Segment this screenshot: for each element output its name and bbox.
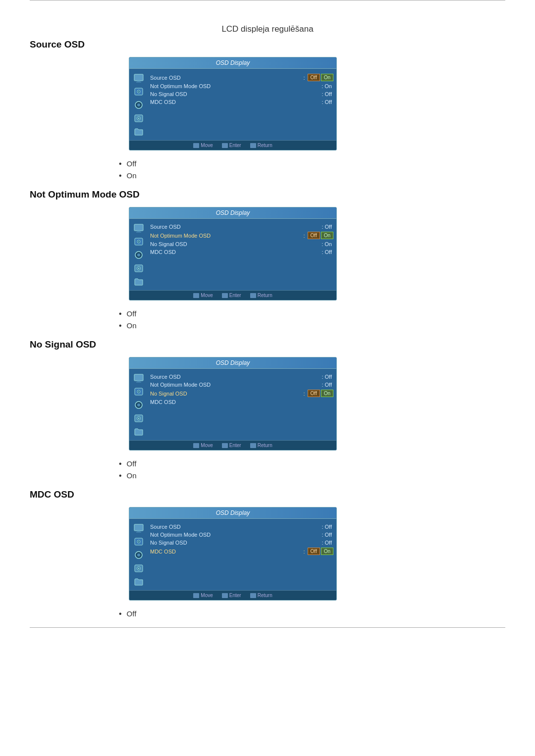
val-box-On: On [321, 390, 333, 397]
footer-move-icon [193, 293, 199, 298]
osd-menu-label-0: Source OSD [150, 374, 320, 380]
footer-move: Move [193, 293, 213, 298]
section-content-not-optimum-osd: OSD Display Source OSD: OffNot Optimum M… [30, 207, 505, 301]
footer-move-icon [193, 443, 199, 448]
section-content-source-osd: OSD Display Source OSD:OffOnNot Optimum … [30, 57, 505, 151]
svg-rect-33 [134, 524, 143, 531]
footer-return-icon [250, 593, 256, 598]
osd-menu-label-3: MDC OSD [150, 549, 302, 554]
svg-rect-24 [136, 382, 141, 383]
svg-point-43 [138, 568, 140, 569]
footer-return-icon [250, 443, 256, 448]
svg-rect-34 [137, 531, 140, 532]
svg-point-16 [138, 241, 139, 242]
osd-menu-label-2: No Signal OSD [150, 391, 302, 397]
footer-return-label: Return [258, 143, 272, 148]
osd-display-mdc-osd: OSD Display Source OSD: OffNot Optimum M… [129, 507, 337, 601]
top-border [30, 0, 505, 0]
osd-body-source-osd: Source OSD:OffOnNot Optimum Mode OSD: On… [129, 69, 336, 140]
osd-menu-value-1: : Off [320, 382, 333, 388]
osd-menu-row-0: Source OSD: Off [150, 373, 333, 381]
osd-menu-label-0: Source OSD [150, 75, 302, 81]
val-box-Off: Off [308, 232, 320, 239]
osd-icon-1 [132, 86, 145, 97]
osd-icon-0 [132, 73, 145, 84]
svg-point-32 [138, 418, 140, 419]
osd-title-bar-not-optimum-osd: OSD Display [129, 207, 336, 219]
osd-menu-no-signal-osd: Source OSD: OffNot Optimum Mode OSD: Off… [150, 373, 333, 437]
osd-menu-row-0: Source OSD: Off [150, 523, 333, 531]
footer-return-icon [250, 143, 256, 148]
footer-move-label: Move [201, 293, 213, 298]
footer-enter-icon [222, 593, 228, 598]
osd-menu-row-1: Not Optimum Mode OSD: Off [150, 531, 333, 539]
svg-rect-2 [136, 82, 141, 83]
osd-menu-value-3: : Off [320, 249, 333, 255]
osd-menu-label-3: MDC OSD [150, 399, 333, 405]
osd-menu-value-0: : Off [320, 524, 333, 530]
val-box-On: On [321, 74, 333, 81]
svg-rect-0 [134, 74, 143, 81]
page-container: LCD displeja regulēšana Source OSDOSD Di… [0, 0, 535, 628]
footer-move-icon [193, 143, 199, 148]
colon: : [303, 233, 305, 239]
osd-menu-mdc-osd: Source OSD: OffNot Optimum Mode OSD: Off… [150, 523, 333, 587]
colon: : On [321, 83, 332, 89]
osd-menu-value-3: : Off [320, 99, 333, 105]
footer-return: Return [250, 443, 272, 448]
footer-enter-icon [222, 143, 228, 148]
osd-icons-source-osd [132, 73, 145, 137]
section-source-osd: Source OSDOSD Display Source OSD:OffOnNo… [30, 39, 505, 180]
osd-menu-value-2: : Off [320, 540, 333, 546]
svg-point-38 [138, 541, 139, 542]
osd-menu-not-optimum-osd: Source OSD: OffNot Optimum Mode OSD:OffO… [150, 223, 333, 287]
section-content-no-signal-osd: OSD Display Source OSD: OffNot Optimum M… [30, 357, 505, 451]
osd-menu-row-3: MDC OSD: Off [150, 248, 333, 256]
sections-container: Source OSDOSD Display Source OSD:OffOnNo… [30, 39, 505, 618]
svg-point-7 [137, 103, 140, 106]
osd-icons-mdc-osd [132, 523, 145, 587]
footer-enter-icon [222, 443, 228, 448]
svg-rect-1 [137, 81, 140, 82]
colon: : Off [321, 532, 332, 538]
footer-return-label: Return [258, 443, 272, 448]
footer-move: Move [193, 443, 213, 448]
footer-enter: Enter [222, 443, 241, 448]
val-box-Off: Off [308, 74, 320, 81]
section-title-not-optimum-osd: Not Optimum Mode OSD [30, 189, 505, 200]
osd-menu-value-0: : Off [320, 224, 333, 230]
footer-return: Return [250, 293, 272, 298]
osd-icon-1 [132, 386, 145, 397]
footer-enter: Enter [222, 143, 241, 148]
svg-point-40 [137, 554, 140, 556]
colon: : Off [321, 99, 332, 105]
footer-enter: Enter [222, 293, 241, 298]
colon: : Off [321, 524, 332, 530]
osd-title-bar-source-osd: OSD Display [129, 57, 336, 69]
section-title-no-signal-osd: No Signal OSD [30, 339, 505, 350]
svg-rect-13 [136, 232, 141, 233]
osd-menu-label-2: No Signal OSD [150, 91, 320, 97]
osd-menu-label-3: MDC OSD [150, 249, 320, 255]
osd-icon-2 [132, 550, 145, 560]
bullet-list-not-optimum-osd: OffOn [119, 309, 505, 330]
footer-return: Return [250, 593, 272, 598]
osd-menu-label-0: Source OSD [150, 224, 320, 230]
osd-icons-not-optimum-osd [132, 223, 145, 287]
svg-rect-11 [134, 224, 143, 231]
footer-enter-label: Enter [229, 293, 241, 298]
osd-menu-value-2: : On [320, 241, 333, 247]
footer-move-label: Move [201, 593, 213, 598]
bullet-item-0: Off [119, 459, 505, 468]
footer-return: Return [250, 143, 272, 148]
osd-menu-row-3: MDC OSD:OffOn [150, 547, 333, 556]
osd-icon-3 [132, 263, 145, 274]
osd-menu-row-1: Not Optimum Mode OSD: Off [150, 381, 333, 389]
osd-icon-0 [132, 223, 145, 234]
osd-icon-2 [132, 100, 145, 110]
bullet-item-1: On [119, 171, 505, 180]
footer-move-icon [193, 593, 199, 598]
osd-menu-row-2: No Signal OSD: On [150, 240, 333, 248]
osd-menu-row-2: No Signal OSD: Off [150, 539, 333, 547]
osd-footer-not-optimum-osd: MoveEnterReturn [129, 290, 336, 300]
